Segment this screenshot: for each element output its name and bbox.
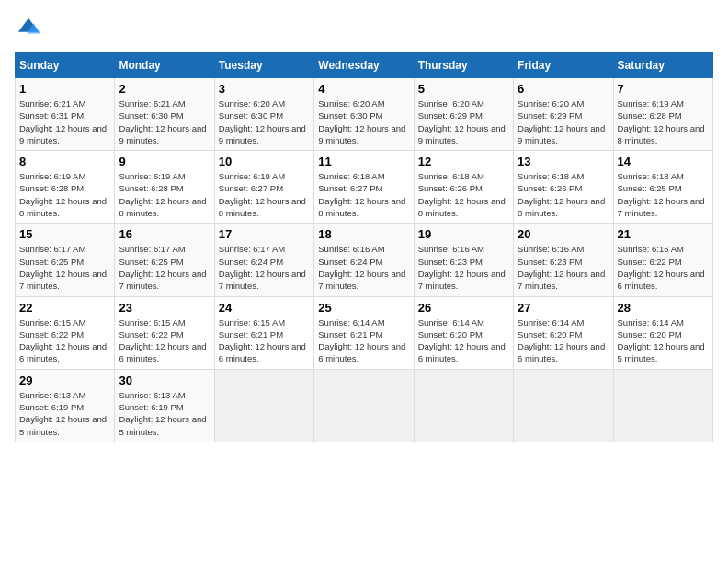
calendar-cell: 6 Sunrise: 6:20 AM Sunset: 6:29 PM Dayli…: [514, 78, 613, 151]
day-info: Sunrise: 6:17 AM Sunset: 6:25 PM Dayligh…: [19, 243, 110, 292]
day-number: 17: [219, 227, 310, 241]
day-info: Sunrise: 6:21 AM Sunset: 6:31 PM Dayligh…: [19, 98, 110, 146]
calendar-cell: 24 Sunrise: 6:15 AM Sunset: 6:21 PM Dayl…: [214, 296, 313, 369]
calendar-cell: 23 Sunrise: 6:15 AM Sunset: 6:22 PM Dayl…: [115, 296, 214, 369]
day-number: 1: [19, 82, 110, 96]
day-number: 23: [119, 301, 210, 315]
calendar-cell: 19 Sunrise: 6:16 AM Sunset: 6:23 PM Dayl…: [414, 224, 513, 296]
day-info: Sunrise: 6:19 AM Sunset: 6:28 PM Dayligh…: [19, 170, 110, 219]
day-info: Sunrise: 6:13 AM Sunset: 6:19 PM Dayligh…: [19, 389, 110, 438]
day-header-friday: Friday: [514, 53, 613, 78]
calendar-cell: [414, 369, 513, 442]
calendar-cell: 11 Sunrise: 6:18 AM Sunset: 6:27 PM Dayl…: [314, 151, 414, 224]
day-number: 29: [19, 373, 110, 387]
day-number: 21: [618, 227, 709, 241]
header: [15, 15, 713, 45]
logo: [15, 15, 42, 45]
day-info: Sunrise: 6:19 AM Sunset: 6:28 PM Dayligh…: [618, 98, 709, 146]
day-info: Sunrise: 6:19 AM Sunset: 6:28 PM Dayligh…: [119, 170, 210, 219]
calendar-cell: 5 Sunrise: 6:20 AM Sunset: 6:29 PM Dayli…: [414, 78, 513, 151]
day-number: 27: [518, 301, 609, 315]
logo-icon: [17, 15, 42, 40]
calendar-cell: 22 Sunrise: 6:15 AM Sunset: 6:22 PM Dayl…: [16, 296, 115, 369]
day-number: 18: [318, 227, 409, 241]
calendar-cell: [314, 369, 414, 442]
calendar-cell: 3 Sunrise: 6:20 AM Sunset: 6:30 PM Dayli…: [214, 78, 313, 151]
day-number: 11: [318, 155, 409, 168]
calendar-cell: 17 Sunrise: 6:17 AM Sunset: 6:24 PM Dayl…: [214, 224, 313, 296]
day-number: 25: [318, 301, 409, 315]
calendar-cell: 27 Sunrise: 6:14 AM Sunset: 6:20 PM Dayl…: [514, 296, 613, 369]
calendar-week-2: 8 Sunrise: 6:19 AM Sunset: 6:28 PM Dayli…: [16, 151, 713, 224]
calendar-week-3: 15 Sunrise: 6:17 AM Sunset: 6:25 PM Dayl…: [16, 224, 713, 296]
calendar-cell: [613, 369, 712, 442]
calendar-cell: 13 Sunrise: 6:18 AM Sunset: 6:26 PM Dayl…: [514, 151, 613, 224]
day-info: Sunrise: 6:16 AM Sunset: 6:24 PM Dayligh…: [318, 243, 409, 292]
day-number: 7: [618, 82, 709, 96]
calendar-cell: 21 Sunrise: 6:16 AM Sunset: 6:22 PM Dayl…: [613, 224, 712, 296]
day-number: 16: [119, 227, 210, 241]
day-info: Sunrise: 6:20 AM Sunset: 6:29 PM Dayligh…: [418, 98, 509, 146]
day-number: 26: [418, 301, 509, 315]
day-info: Sunrise: 6:14 AM Sunset: 6:20 PM Dayligh…: [418, 316, 509, 365]
day-info: Sunrise: 6:17 AM Sunset: 6:24 PM Dayligh…: [219, 243, 310, 292]
day-header-monday: Monday: [115, 53, 214, 78]
day-number: 10: [219, 155, 310, 168]
day-number: 3: [219, 82, 310, 96]
calendar-week-5: 29 Sunrise: 6:13 AM Sunset: 6:19 PM Dayl…: [16, 369, 713, 442]
day-header-thursday: Thursday: [414, 53, 513, 78]
calendar-cell: [214, 369, 313, 442]
day-info: Sunrise: 6:14 AM Sunset: 6:21 PM Dayligh…: [318, 316, 409, 365]
calendar-header: SundayMondayTuesdayWednesdayThursdayFrid…: [16, 53, 713, 78]
calendar-cell: 1 Sunrise: 6:21 AM Sunset: 6:31 PM Dayli…: [16, 78, 115, 151]
day-info: Sunrise: 6:18 AM Sunset: 6:25 PM Dayligh…: [618, 170, 709, 219]
day-number: 4: [318, 82, 409, 96]
calendar-table: SundayMondayTuesdayWednesdayThursdayFrid…: [15, 52, 713, 442]
day-number: 8: [19, 155, 110, 168]
day-header-sunday: Sunday: [16, 53, 115, 78]
calendar-cell: 15 Sunrise: 6:17 AM Sunset: 6:25 PM Dayl…: [16, 224, 115, 296]
calendar-cell: 25 Sunrise: 6:14 AM Sunset: 6:21 PM Dayl…: [314, 296, 414, 369]
calendar-cell: 26 Sunrise: 6:14 AM Sunset: 6:20 PM Dayl…: [414, 296, 513, 369]
calendar-cell: 14 Sunrise: 6:18 AM Sunset: 6:25 PM Dayl…: [613, 151, 712, 224]
day-info: Sunrise: 6:15 AM Sunset: 6:22 PM Dayligh…: [119, 316, 210, 365]
day-header-tuesday: Tuesday: [214, 53, 313, 78]
calendar-cell: 12 Sunrise: 6:18 AM Sunset: 6:26 PM Dayl…: [414, 151, 513, 224]
day-header-saturday: Saturday: [613, 53, 712, 78]
day-number: 12: [418, 155, 509, 168]
calendar-cell: 7 Sunrise: 6:19 AM Sunset: 6:28 PM Dayli…: [613, 78, 712, 151]
day-info: Sunrise: 6:16 AM Sunset: 6:23 PM Dayligh…: [418, 243, 509, 292]
day-number: 28: [618, 301, 709, 315]
calendar-cell: 10 Sunrise: 6:19 AM Sunset: 6:27 PM Dayl…: [214, 151, 313, 224]
calendar-week-4: 22 Sunrise: 6:15 AM Sunset: 6:22 PM Dayl…: [16, 296, 713, 369]
day-info: Sunrise: 6:18 AM Sunset: 6:26 PM Dayligh…: [518, 170, 609, 219]
day-info: Sunrise: 6:21 AM Sunset: 6:30 PM Dayligh…: [119, 98, 210, 146]
day-number: 20: [518, 227, 609, 241]
calendar-cell: 18 Sunrise: 6:16 AM Sunset: 6:24 PM Dayl…: [314, 224, 414, 296]
day-info: Sunrise: 6:13 AM Sunset: 6:19 PM Dayligh…: [119, 389, 210, 438]
day-number: 15: [19, 227, 110, 241]
calendar-cell: 4 Sunrise: 6:20 AM Sunset: 6:30 PM Dayli…: [314, 78, 414, 151]
day-number: 22: [19, 301, 110, 315]
day-info: Sunrise: 6:14 AM Sunset: 6:20 PM Dayligh…: [618, 316, 709, 365]
day-number: 5: [418, 82, 509, 96]
calendar-cell: 8 Sunrise: 6:19 AM Sunset: 6:28 PM Dayli…: [16, 151, 115, 224]
day-header-wednesday: Wednesday: [314, 53, 414, 78]
calendar-cell: 30 Sunrise: 6:13 AM Sunset: 6:19 PM Dayl…: [115, 369, 214, 442]
day-info: Sunrise: 6:18 AM Sunset: 6:26 PM Dayligh…: [418, 170, 509, 219]
calendar-cell: [514, 369, 613, 442]
day-info: Sunrise: 6:15 AM Sunset: 6:21 PM Dayligh…: [219, 316, 310, 365]
day-info: Sunrise: 6:18 AM Sunset: 6:27 PM Dayligh…: [318, 170, 409, 219]
day-number: 19: [418, 227, 509, 241]
calendar-week-1: 1 Sunrise: 6:21 AM Sunset: 6:31 PM Dayli…: [16, 78, 713, 151]
day-info: Sunrise: 6:14 AM Sunset: 6:20 PM Dayligh…: [518, 316, 609, 365]
day-info: Sunrise: 6:19 AM Sunset: 6:27 PM Dayligh…: [219, 170, 310, 219]
calendar-cell: 28 Sunrise: 6:14 AM Sunset: 6:20 PM Dayl…: [613, 296, 712, 369]
day-info: Sunrise: 6:17 AM Sunset: 6:25 PM Dayligh…: [119, 243, 210, 292]
day-number: 13: [518, 155, 609, 168]
day-info: Sunrise: 6:20 AM Sunset: 6:30 PM Dayligh…: [318, 98, 409, 146]
day-info: Sunrise: 6:20 AM Sunset: 6:30 PM Dayligh…: [219, 98, 310, 146]
calendar-cell: 2 Sunrise: 6:21 AM Sunset: 6:30 PM Dayli…: [115, 78, 214, 151]
day-number: 30: [119, 373, 210, 387]
day-number: 9: [119, 155, 210, 168]
